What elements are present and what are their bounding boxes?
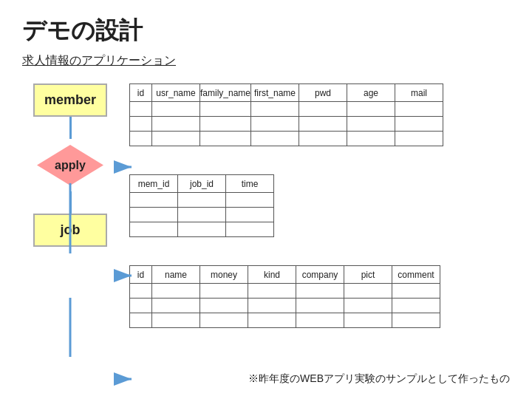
job-col-comment: comment: [392, 266, 440, 284]
member-col-id: id: [130, 84, 152, 102]
job-table-section: id name money kind company pict comment: [129, 265, 443, 328]
member-row2-col1: [130, 117, 152, 132]
member-row1-col2: [152, 102, 200, 117]
job-col-money: money: [200, 266, 248, 284]
job-entity: job: [33, 214, 107, 247]
member-row1-col6: [347, 102, 395, 117]
member-col-pwd: pwd: [299, 84, 347, 102]
job-col-pict: pict: [344, 266, 392, 284]
job-row3-col3: [200, 313, 248, 328]
apply-col-mem_id: mem_id: [130, 175, 178, 193]
job-row3-col4: [248, 313, 296, 328]
member-row3-col7: [395, 132, 443, 146]
member-table: id usr_name family_name first_name pwd a…: [129, 83, 443, 146]
apply-row1-col1: [130, 193, 178, 208]
member-row3-col6: [347, 132, 395, 146]
job-row2-col3: [200, 299, 248, 313]
job-row1-col3: [200, 284, 248, 299]
member-row1-col5: [299, 102, 347, 117]
job-col-name: name: [152, 266, 200, 284]
member-row2-col2: [152, 117, 200, 132]
apply-table: mem_id job_id time: [129, 174, 274, 237]
apply-row2-col2: [178, 208, 226, 222]
member-row3-col3: [200, 132, 251, 146]
member-row2-col3: [200, 117, 251, 132]
member-row2-col6: [347, 117, 395, 132]
job-row3-col5: [296, 313, 344, 328]
job-row2-col7: [392, 299, 440, 313]
connector-line-2: [69, 191, 72, 214]
apply-row3-col2: [178, 222, 226, 237]
apply-col-job_id: job_id: [178, 175, 226, 193]
subtitle: 求人情報のアプリケーション: [22, 53, 510, 69]
member-row1-col3: [200, 102, 251, 117]
apply-entity: apply: [37, 145, 103, 185]
apply-table-section: mem_id job_id time: [129, 174, 443, 237]
apply-row3-col1: [130, 222, 178, 237]
member-row1-col1: [130, 102, 152, 117]
member-row2-col4: [251, 117, 299, 132]
job-row1-col2: [152, 284, 200, 299]
job-col-id: id: [130, 266, 152, 284]
job-row1-col6: [344, 284, 392, 299]
member-row3-col4: [251, 132, 299, 146]
connector-line-1: [69, 117, 72, 139]
job-row3-col6: [344, 313, 392, 328]
member-row3-col1: [130, 132, 152, 146]
job-row1-col7: [392, 284, 440, 299]
member-col-first_name: first_name: [251, 84, 299, 102]
entities-column: member apply job: [22, 83, 118, 247]
member-col-age: age: [347, 84, 395, 102]
member-row1-col4: [251, 102, 299, 117]
job-col-company: company: [296, 266, 344, 284]
member-col-usr_name: usr_name: [152, 84, 200, 102]
apply-col-time: time: [226, 175, 274, 193]
job-row2-col2: [152, 299, 200, 313]
job-row1-col5: [296, 284, 344, 299]
member-row3-col5: [299, 132, 347, 146]
member-col-mail: mail: [395, 84, 443, 102]
member-row2-col7: [395, 117, 443, 132]
job-row1-col4: [248, 284, 296, 299]
job-row3-col2: [152, 313, 200, 328]
job-table: id name money kind company pict comment: [129, 265, 440, 328]
tables-column: id usr_name family_name first_name pwd a…: [129, 83, 443, 341]
job-row2-col4: [248, 299, 296, 313]
job-row1-col1: [130, 284, 152, 299]
page-title: デモの設計: [22, 15, 510, 47]
apply-row2-col3: [226, 208, 274, 222]
member-entity: member: [33, 83, 107, 117]
member-table-section: id usr_name family_name first_name pwd a…: [129, 83, 443, 146]
job-row3-col1: [130, 313, 152, 328]
member-row1-col7: [395, 102, 443, 117]
apply-row1-col2: [178, 193, 226, 208]
footer-note: ※昨年度のWEBアプリ実験のサンプルとして作ったもの: [248, 372, 510, 386]
member-row3-col2: [152, 132, 200, 146]
job-row2-col6: [344, 299, 392, 313]
apply-row1-col3: [226, 193, 274, 208]
job-row3-col7: [392, 313, 440, 328]
apply-row2-col1: [130, 208, 178, 222]
apply-row3-col3: [226, 222, 274, 237]
job-row2-col1: [130, 299, 152, 313]
job-row2-col5: [296, 299, 344, 313]
member-col-family_name: family_name: [200, 84, 251, 102]
member-row2-col5: [299, 117, 347, 132]
job-col-kind: kind: [248, 266, 296, 284]
